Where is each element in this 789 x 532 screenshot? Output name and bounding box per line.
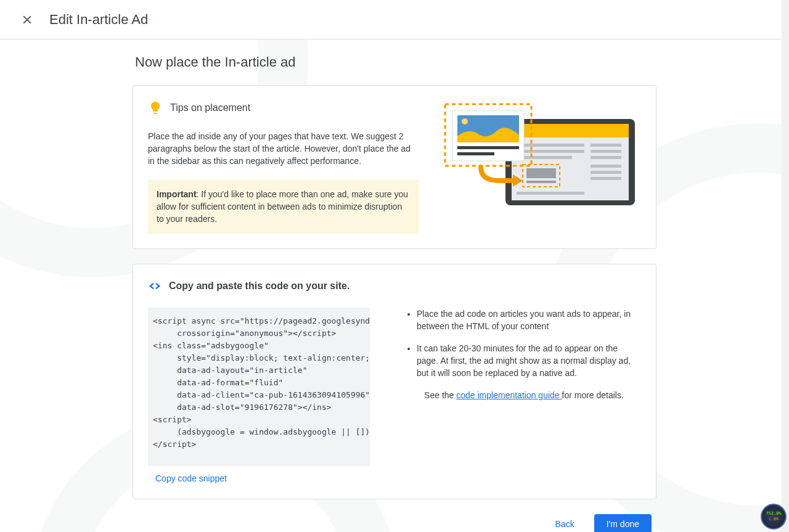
code-instructions: Place the ad code on articles you want a…	[404, 308, 641, 484]
header: Edit In-article Ad	[0, 0, 789, 39]
tips-illustration-container	[444, 100, 641, 234]
code-left: <script async src="https://pagead2.googl…	[148, 308, 385, 484]
code-header: Copy and paste this code on your site.	[148, 279, 641, 293]
tips-text: Place the ad inside any of your pages th…	[148, 130, 419, 167]
svg-rect-13	[591, 171, 621, 174]
svg-rect-6	[517, 144, 584, 147]
lightbulb-icon	[148, 100, 163, 115]
tips-card: Tips on placement Place the ad inside an…	[133, 85, 656, 249]
svg-rect-9	[591, 144, 621, 147]
tips-left: Tips on placement Place the ad inside an…	[148, 100, 419, 234]
placement-illustration	[444, 100, 641, 211]
system-widget[interactable]: 752.0% 1.8K	[761, 504, 787, 530]
footer-buttons: Back I'm done	[133, 514, 656, 532]
code-guide-link[interactable]: code implementation guide	[456, 390, 562, 400]
widget-line-2: 1.8K	[769, 517, 779, 522]
copy-code-button[interactable]: Copy code snippet	[148, 473, 227, 483]
done-button[interactable]: I'm done	[594, 514, 652, 532]
svg-rect-11	[591, 156, 621, 159]
header-title: Edit In-article Ad	[49, 12, 148, 28]
content: Now place the In-article ad Tips on plac…	[133, 39, 656, 532]
scrollbar[interactable]	[782, 0, 789, 532]
tips-header: Tips on placement	[148, 100, 419, 115]
important-box: Important: If you'd like to place more t…	[148, 179, 419, 234]
svg-rect-8	[517, 156, 572, 159]
widget-line-1: 752.0%	[766, 511, 781, 517]
code-card: Copy and paste this code on your site. <…	[133, 264, 656, 499]
code-snippet[interactable]: <script async src="https://pagead2.googl…	[148, 308, 370, 466]
svg-rect-12	[591, 165, 621, 168]
tips-title: Tips on placement	[170, 102, 250, 113]
instruction-item-2: It can take 20-30 minutes for the ad to …	[417, 342, 641, 379]
guide-prefix: See the	[424, 390, 456, 400]
important-label: Important	[157, 189, 197, 199]
close-icon	[21, 14, 33, 26]
svg-rect-17	[526, 181, 556, 183]
svg-rect-4	[512, 124, 629, 137]
guide-text: See the code implementation guide for mo…	[404, 389, 641, 401]
svg-rect-24	[457, 152, 494, 155]
code-title: Copy and paste this code on your site.	[169, 280, 350, 292]
guide-suffix: for more details.	[562, 390, 624, 400]
page-title: Now place the In-article ad	[133, 54, 656, 70]
svg-rect-10	[591, 150, 621, 153]
instruction-item-1: Place the ad code on articles you want a…	[417, 308, 641, 332]
code-body: <script async src="https://pagead2.googl…	[148, 308, 641, 484]
svg-point-22	[462, 118, 468, 125]
code-icon	[148, 279, 161, 293]
svg-rect-14	[591, 177, 621, 180]
svg-rect-16	[526, 168, 556, 178]
svg-rect-7	[517, 150, 584, 153]
svg-rect-18	[517, 192, 584, 195]
close-button[interactable]	[20, 12, 35, 27]
back-button[interactable]: Back	[546, 514, 584, 532]
svg-rect-23	[457, 146, 519, 149]
